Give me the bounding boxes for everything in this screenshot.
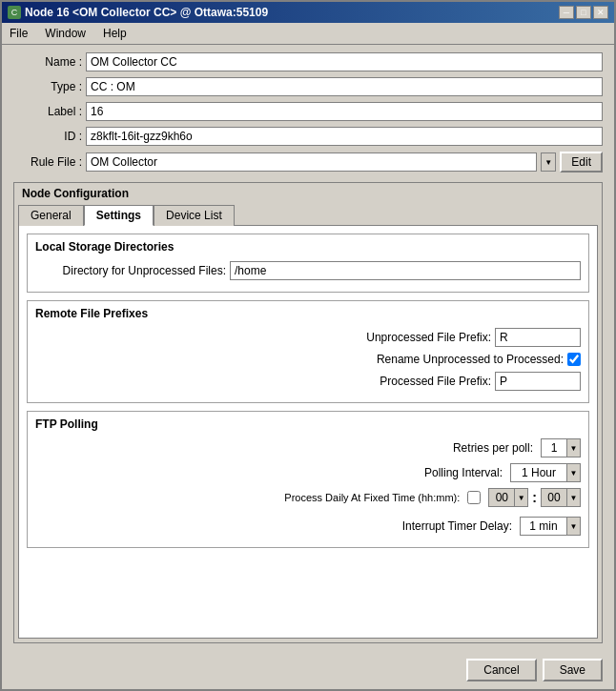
time-separator: : [532,490,537,505]
processed-prefix-input[interactable] [495,372,581,391]
process-daily-label: Process Daily At Fixed Time (hh:mm): [250,492,460,503]
node-config-title: Node Configuration [18,187,598,200]
title-bar-left: C Node 16 <OM Collector CC> @ Ottawa:551… [8,6,268,19]
menu-bar: File Window Help [2,23,614,45]
type-row: Type : [13,77,603,96]
retries-row: Retries per poll: 1 ▼ [35,438,581,457]
interval-label: Polling Interval: [350,466,503,479]
minute-value: 00 [547,491,560,504]
interrupt-arrow[interactable]: ▼ [567,517,581,536]
retries-label: Retries per poll: [380,441,533,455]
ftp-polling-title: FTP Polling [35,417,581,431]
tab-content-settings: Local Storage Directories Directory for … [18,225,598,639]
hour-arrow[interactable]: ▼ [515,488,528,507]
rename-row: Rename Unprocessed to Processed: [35,353,581,366]
main-window: C Node 16 <OM Collector CC> @ Ottawa:551… [0,0,616,691]
id-row: ID : [13,127,603,146]
directory-label: Directory for Unprocessed Files: [35,264,226,277]
processed-prefix-row: Processed File Prefix: [35,372,581,391]
unprocessed-prefix-row: Unprocessed File Prefix: [35,328,581,347]
minute-dropdown[interactable]: 00 ▼ [541,488,581,507]
node-config-panel: Node Configuration General Settings Devi… [13,182,603,643]
retries-arrow[interactable]: ▼ [567,438,581,457]
hour-dropdown[interactable]: 00 ▼ [488,488,528,507]
id-input[interactable] [86,127,603,146]
rename-checkbox[interactable] [567,353,581,366]
window-title: Node 16 <OM Collector CC> @ Ottawa:55109 [25,6,268,19]
local-storage-section: Local Storage Directories Directory for … [27,234,589,293]
menu-window[interactable]: Window [41,25,90,42]
cancel-button[interactable]: Cancel [466,659,536,681]
tab-device-list[interactable]: Device List [154,205,235,226]
hour-value: 00 [496,491,508,504]
local-storage-title: Local Storage Directories [35,240,581,254]
rule-file-dropdown[interactable]: OM Collector [86,152,537,172]
window-icon: C [8,6,21,19]
maximize-button[interactable]: □ [576,6,591,19]
tab-settings[interactable]: Settings [84,205,154,226]
edit-button[interactable]: Edit [560,152,603,173]
rule-file-arrow[interactable]: ▼ [541,152,556,172]
retries-value: 1 [551,441,558,455]
tab-general[interactable]: General [18,205,84,226]
interval-arrow[interactable]: ▼ [567,463,581,482]
minimize-button[interactable]: ─ [559,6,574,19]
title-bar: C Node 16 <OM Collector CC> @ Ottawa:551… [2,2,614,23]
label-row: Label : [13,102,603,121]
retries-dropdown[interactable]: 1 ▼ [541,438,581,457]
interval-dropdown[interactable]: 1 Hour ▼ [510,463,581,482]
rule-file-value: OM Collector [91,155,157,169]
interval-row: Polling Interval: 1 Hour ▼ [35,463,581,482]
close-button[interactable]: ✕ [593,6,608,19]
footer: Cancel Save [2,651,614,689]
remote-file-title: Remote File Prefixes [35,307,581,320]
label-label: Label : [13,105,82,118]
processed-prefix-label: Processed File Prefix: [319,375,491,388]
unprocessed-prefix-label: Unprocessed File Prefix: [319,331,491,344]
type-input[interactable] [86,77,603,96]
unprocessed-prefix-input[interactable] [495,328,581,347]
interval-value: 1 Hour [522,466,556,479]
label-input[interactable] [86,102,603,121]
interrupt-row: Interrupt Timer Delay: 1 min ▼ [35,517,581,536]
menu-file[interactable]: File [6,25,31,42]
name-input[interactable] [86,52,603,71]
rule-file-label: Rule File : [13,155,82,169]
main-content: Name : Type : Label : ID : Rule File : O… [2,45,614,651]
process-daily-row: Process Daily At Fixed Time (hh:mm): 00 … [35,488,581,507]
minute-arrow[interactable]: ▼ [567,488,581,507]
window-controls[interactable]: ─ □ ✕ [559,6,608,19]
rename-label: Rename Unprocessed to Processed: [377,353,564,366]
save-button[interactable]: Save [543,659,603,681]
directory-input[interactable] [230,261,581,280]
rule-file-row: Rule File : OM Collector ▼ Edit [13,152,603,173]
interrupt-label: Interrupt Timer Delay: [359,519,512,533]
type-label: Type : [13,80,82,93]
directory-row: Directory for Unprocessed Files: [35,261,581,280]
interrupt-dropdown[interactable]: 1 min ▼ [520,517,581,536]
remote-file-section: Remote File Prefixes Unprocessed File Pr… [27,300,589,403]
name-row: Name : [13,52,603,71]
id-label: ID : [13,130,82,143]
ftp-polling-section: FTP Polling Retries per poll: 1 ▼ [27,411,589,548]
tab-bar: General Settings Device List [18,204,598,225]
menu-help[interactable]: Help [99,25,131,42]
name-label: Name : [13,55,82,69]
interrupt-value: 1 min [529,519,557,533]
process-daily-checkbox[interactable] [467,491,481,504]
